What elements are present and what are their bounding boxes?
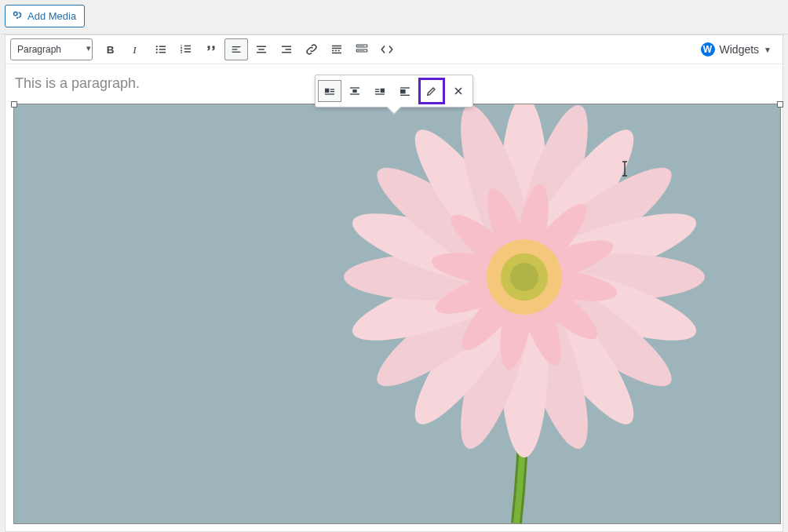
code-button[interactable] <box>375 38 399 60</box>
svg-rect-33 <box>359 46 361 46</box>
svg-text:B: B <box>107 44 115 56</box>
svg-rect-22 <box>282 46 291 48</box>
bold-button[interactable]: B <box>99 38 122 60</box>
svg-rect-80 <box>330 89 334 89</box>
svg-rect-28 <box>335 50 337 52</box>
svg-rect-38 <box>359 50 361 51</box>
svg-rect-9 <box>159 52 166 53</box>
svg-rect-92 <box>400 95 410 96</box>
svg-rect-20 <box>258 49 264 50</box>
svg-point-1 <box>16 17 18 19</box>
format-select-wrap: Paragraph <box>10 38 97 60</box>
widgets-label: Widgets <box>720 43 760 56</box>
svg-point-75 <box>510 263 538 291</box>
svg-rect-88 <box>375 91 379 92</box>
svg-rect-85 <box>350 93 359 94</box>
svg-rect-13 <box>184 49 191 50</box>
image-align-center-button[interactable] <box>343 80 367 102</box>
format-select[interactable]: Paragraph <box>10 38 93 60</box>
svg-point-8 <box>156 52 158 53</box>
svg-rect-26 <box>332 48 341 49</box>
format-toolbar: Paragraph B I 123 <box>5 35 783 64</box>
svg-rect-81 <box>330 91 334 92</box>
svg-rect-89 <box>375 93 385 94</box>
add-media-button[interactable]: Add Media <box>5 5 85 27</box>
svg-rect-32 <box>358 46 359 46</box>
chevron-down-icon: ▼ <box>764 46 772 54</box>
italic-button[interactable]: I <box>124 38 148 60</box>
svg-rect-35 <box>363 46 365 46</box>
svg-rect-79 <box>325 89 329 93</box>
svg-point-6 <box>156 49 158 50</box>
image-align-none-button[interactable] <box>393 80 417 102</box>
svg-point-0 <box>14 12 18 16</box>
widgets-button[interactable]: W Widgets ▼ <box>695 39 778 60</box>
media-icon <box>10 8 24 24</box>
image-remove-button[interactable] <box>447 80 470 102</box>
align-right-button[interactable] <box>275 38 298 60</box>
svg-rect-5 <box>159 46 166 48</box>
svg-rect-82 <box>325 93 334 94</box>
widgets-icon: W <box>701 42 715 56</box>
svg-rect-84 <box>352 89 356 93</box>
image-edit-button[interactable] <box>418 78 445 104</box>
svg-rect-29 <box>338 50 340 52</box>
svg-rect-11 <box>184 46 191 47</box>
align-left-button[interactable] <box>224 38 248 60</box>
svg-text:I: I <box>132 44 137 56</box>
svg-rect-87 <box>375 89 379 89</box>
svg-rect-27 <box>332 50 334 52</box>
svg-rect-23 <box>286 49 292 50</box>
image-align-left-button[interactable] <box>318 80 341 102</box>
svg-rect-34 <box>361 46 363 46</box>
svg-rect-15 <box>184 51 191 53</box>
svg-text:3: 3 <box>181 49 183 54</box>
svg-rect-91 <box>400 89 406 93</box>
svg-rect-40 <box>363 50 365 51</box>
svg-rect-86 <box>381 89 385 93</box>
image-toolbar <box>315 75 473 107</box>
toolbar-toggle-button[interactable] <box>350 38 374 60</box>
svg-rect-21 <box>257 52 266 53</box>
inserted-image[interactable] <box>14 104 780 523</box>
svg-rect-83 <box>350 87 359 88</box>
add-media-label: Add Media <box>27 10 76 22</box>
svg-point-4 <box>156 46 158 47</box>
svg-rect-17 <box>232 49 238 49</box>
svg-rect-7 <box>159 49 166 50</box>
svg-rect-16 <box>232 46 241 47</box>
svg-rect-25 <box>332 46 341 47</box>
image-align-right-button[interactable] <box>368 80 392 102</box>
read-more-button[interactable] <box>325 38 348 60</box>
svg-rect-30 <box>332 53 341 54</box>
insert-link-button[interactable] <box>300 38 323 60</box>
blockquote-button[interactable] <box>199 38 223 60</box>
svg-rect-18 <box>232 52 241 53</box>
bulleted-list-button[interactable] <box>149 38 173 60</box>
align-center-button[interactable] <box>250 38 273 60</box>
text-caret <box>621 160 629 177</box>
svg-rect-90 <box>400 87 410 88</box>
media-bar: Add Media <box>0 0 788 35</box>
numbered-list-button[interactable]: 123 <box>174 38 198 60</box>
svg-rect-24 <box>282 52 291 53</box>
svg-rect-37 <box>358 50 359 51</box>
svg-rect-19 <box>257 46 266 48</box>
editor-content[interactable]: This is a paragraph. <box>5 64 783 531</box>
flower-image <box>14 104 780 523</box>
svg-rect-39 <box>361 50 363 51</box>
